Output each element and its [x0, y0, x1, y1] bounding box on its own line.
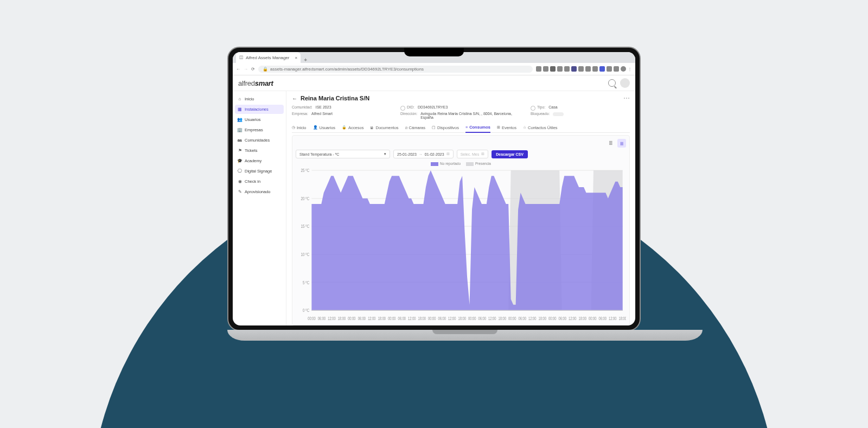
svg-text:20 ºC: 20 ºC [301, 195, 310, 201]
svg-text:12:00: 12:00 [569, 316, 576, 321]
svg-text:06:00: 06:00 [519, 316, 526, 321]
sidebar-item-label: Check in [245, 179, 260, 184]
browser-extensions: ⋮ [536, 66, 632, 72]
url-field[interactable]: 🔒 assets-manager.alfredsmart.com/admin/a… [258, 66, 533, 73]
svg-text:00:00: 00:00 [348, 316, 355, 321]
ext-icon[interactable] [536, 66, 541, 72]
browser-tab[interactable]: ◫ Alfred Assets Manager × [236, 52, 301, 63]
user-avatar[interactable] [620, 78, 630, 88]
sidebar-item-academy[interactable]: 🎓Academy [235, 156, 284, 165]
ext-icon[interactable] [578, 66, 584, 72]
sidebar-item-comunidades[interactable]: 🏘Comunidades [235, 136, 284, 145]
browser-avatar[interactable] [621, 66, 626, 72]
ext-icon[interactable] [550, 66, 556, 72]
sidebar-item-label: Aprovisionado [245, 189, 271, 194]
svg-text:06:00: 06:00 [599, 316, 607, 321]
ext-icon[interactable] [557, 66, 563, 72]
ext-icon[interactable] [571, 66, 577, 72]
tab-dispositivos[interactable]: ▢Dispositivos [432, 123, 459, 132]
tab-accesos[interactable]: 🔒Accesos [342, 123, 363, 132]
sidebar-item-digital-signage[interactable]: 🖵Digital Signage [235, 167, 284, 176]
tab-eventos[interactable]: ⊞Eventos [497, 123, 516, 132]
sidebar-item-usuarios[interactable]: 👥Usuarios [235, 115, 284, 124]
digital-signage-icon: 🖵 [238, 169, 242, 174]
tab-documentos[interactable]: 🗎Documentos [370, 123, 398, 132]
svg-text:06:00: 06:00 [358, 316, 366, 321]
browser-url-bar: ← → ⟳ 🔒 assets-manager.alfredsmart.com/a… [233, 63, 635, 75]
brand-part2: smart [255, 79, 273, 87]
meta-label: Tipo: [537, 105, 545, 109]
doc-icon: 🗎 [370, 126, 374, 130]
new-tab-button[interactable]: + [304, 57, 307, 63]
tab-consumos[interactable]: ≡Consumos [465, 123, 490, 133]
nav-back-icon[interactable]: ← [236, 67, 240, 72]
chart-panel: ≣ ⫼ Stand Temperatura - ºC ▾ [292, 135, 630, 325]
ext-icon[interactable] [599, 66, 605, 72]
device-icon: ▢ [432, 125, 436, 130]
view-list-icon[interactable]: ≣ [607, 139, 615, 148]
tab-usuarios[interactable]: 👤Usuarios [313, 123, 336, 132]
search-icon[interactable] [608, 79, 616, 87]
arrow-icon: → [419, 152, 423, 156]
tab-contactos-útiles[interactable]: ☆Contactos Útiles [523, 123, 558, 132]
circle-icon [531, 106, 535, 111]
sidebar-item-instalaciones[interactable]: ▦Instalaciones [235, 105, 284, 114]
date-from: 25-01-2023 [397, 152, 417, 156]
metric-select[interactable]: Stand Temperatura - ºC ▾ [296, 150, 390, 158]
month-picker[interactable]: Selec. Mes ⊞ [457, 150, 489, 158]
sidebar-item-label: Comunidades [245, 138, 270, 143]
svg-text:18:00: 18:00 [579, 316, 586, 321]
svg-text:5 ºC: 5 ºC [303, 279, 309, 285]
sidebar-item-inicio[interactable]: ⌂Inicio [235, 94, 284, 104]
download-csv-button[interactable]: Descargar CSV [492, 150, 528, 158]
sidebar: ⌂Inicio▦Instalaciones👥Usuarios🏢Empresas🏘… [233, 91, 286, 325]
svg-text:18:00: 18:00 [378, 316, 386, 321]
ext-icon[interactable] [543, 66, 548, 72]
legend-label: Presencia [475, 162, 491, 165]
meta-value: Alfred Smart [311, 112, 333, 116]
svg-text:06:00: 06:00 [438, 316, 446, 321]
chart-filters: Stand Temperatura - ºC ▾ 25-01-2023 → 01… [296, 150, 626, 158]
sidebar-item-label: Usuarios [245, 117, 261, 122]
tab-label: Accesos [348, 125, 363, 130]
ext-icon[interactable] [592, 66, 598, 72]
close-tab-icon[interactable]: × [295, 55, 297, 60]
camera-icon: ⎚ [405, 126, 407, 130]
calendar-icon: ⊞ [497, 125, 500, 130]
chevron-down-icon: ▾ [384, 152, 386, 156]
sidebar-item-tickets[interactable]: ⚑Tickets [235, 146, 284, 155]
ext-icon[interactable] [564, 66, 570, 72]
sidebar-item-label: Academy [245, 158, 261, 163]
sidebar-item-label: Digital Signage [245, 169, 272, 174]
sidebar-item-aprovisionado[interactable]: ✎Aprovisionado [235, 187, 284, 196]
chart-svg: 0 ºC5 ºC10 ºC15 ºC20 ºC25 ºC00:0006:0012… [296, 167, 626, 322]
legend-label: No reportado [440, 162, 461, 165]
browser-window: ◫ Alfred Assets Manager × + ← → ⟳ 🔒 [233, 52, 635, 325]
more-icon[interactable]: ⋯ [623, 94, 630, 102]
toggle-icon[interactable] [553, 112, 564, 116]
nav-forward-icon[interactable]: → [244, 67, 248, 72]
browser-menu-icon[interactable]: ⋮ [628, 67, 632, 72]
date-range-picker[interactable]: 25-01-2023 → 01-02-2023 ⊞ [393, 150, 454, 158]
svg-text:10 ºC: 10 ºC [301, 252, 310, 257]
svg-text:06:00: 06:00 [478, 316, 486, 321]
sidebar-item-check-in[interactable]: ◉Check in [235, 177, 284, 186]
tab-inicio[interactable]: ◷Inicio [292, 123, 307, 132]
svg-text:0 ºC: 0 ºC [303, 308, 309, 313]
tab-cámaras[interactable]: ⎚Cámaras [405, 123, 425, 132]
brand-logo[interactable]: alfredsmart [238, 79, 273, 87]
ext-icon[interactable] [585, 66, 591, 72]
tab-label: Eventos [502, 125, 516, 130]
back-icon[interactable]: ← [292, 95, 297, 101]
chart-icon: ≡ [465, 125, 468, 129]
view-chart-icon[interactable]: ⫼ [617, 139, 626, 148]
users-icon: 👥 [238, 118, 242, 122]
ext-icon[interactable] [607, 66, 612, 72]
nav-reload-icon[interactable]: ⟳ [251, 67, 255, 72]
meta-value: Casa [548, 105, 557, 109]
sidebar-item-empresas[interactable]: 🏢Empresas [235, 125, 284, 135]
svg-text:12:00: 12:00 [408, 316, 416, 321]
tab-label: Documentos [375, 125, 398, 130]
meta-value: ISE 2023 [316, 105, 331, 109]
ext-icon[interactable] [614, 66, 619, 72]
